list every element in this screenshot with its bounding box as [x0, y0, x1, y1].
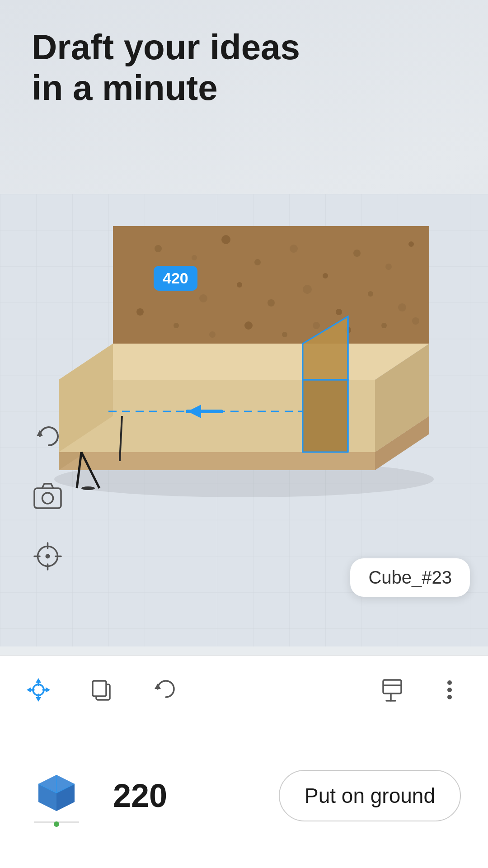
svg-point-27: [368, 291, 373, 297]
svg-point-18: [353, 250, 361, 257]
svg-marker-39: [303, 380, 348, 452]
svg-point-16: [290, 245, 298, 253]
svg-marker-67: [46, 687, 50, 693]
object-3d-icon: [32, 768, 81, 818]
svg-marker-65: [27, 687, 31, 693]
svg-point-20: [408, 241, 414, 247]
put-on-ground-button[interactable]: Put on ground: [279, 770, 461, 821]
measurement-badge: 420: [154, 266, 197, 291]
furniture-scene: [23, 136, 465, 506]
copy-button[interactable]: [86, 674, 117, 706]
svg-point-17: [323, 273, 328, 278]
svg-marker-63: [36, 697, 41, 702]
target-button[interactable]: [23, 531, 72, 581]
svg-point-76: [447, 688, 452, 692]
svg-point-36: [381, 323, 387, 328]
svg-point-15: [254, 259, 261, 265]
object-label: Cube_#23: [350, 558, 470, 597]
svg-point-31: [209, 331, 216, 338]
app-title: Draft your ideas in a minute: [32, 27, 300, 108]
svg-point-22: [199, 294, 207, 302]
bottom-bar: 220 Put on ground: [0, 723, 488, 868]
svg-point-14: [221, 235, 230, 244]
svg-point-45: [81, 486, 95, 490]
svg-marker-61: [36, 678, 41, 683]
svg-point-34: [313, 322, 320, 329]
svg-point-28: [398, 303, 406, 311]
toolbar: [0, 656, 488, 723]
svg-point-37: [412, 317, 419, 325]
svg-point-33: [282, 332, 287, 337]
svg-point-24: [267, 299, 275, 307]
svg-point-12: [155, 245, 162, 252]
more-options-button[interactable]: [434, 674, 465, 706]
scene-area: Draft your ideas in a minute: [0, 0, 488, 646]
svg-marker-7: [59, 344, 429, 380]
paint-button[interactable]: [377, 674, 409, 706]
height-indicator: [34, 821, 79, 823]
height-value: 220: [113, 777, 167, 814]
undo-button[interactable]: [27, 416, 68, 457]
svg-point-13: [192, 255, 197, 260]
svg-marker-4: [59, 452, 375, 470]
object-icon-container: [27, 768, 86, 823]
svg-point-32: [244, 321, 253, 330]
toolbar-undo-button[interactable]: [149, 674, 181, 706]
svg-point-25: [303, 285, 312, 294]
svg-point-75: [447, 680, 452, 685]
svg-point-30: [174, 323, 179, 328]
svg-point-26: [336, 309, 342, 315]
svg-point-19: [385, 264, 392, 270]
move-button[interactable]: [23, 674, 54, 706]
svg-point-54: [45, 554, 50, 558]
svg-point-29: [136, 308, 144, 316]
svg-rect-71: [383, 680, 401, 693]
svg-point-23: [237, 282, 242, 288]
camera-button[interactable]: [23, 470, 72, 520]
svg-point-52: [42, 493, 53, 504]
svg-rect-51: [34, 488, 61, 508]
svg-point-77: [447, 695, 452, 699]
svg-rect-69: [93, 681, 106, 696]
